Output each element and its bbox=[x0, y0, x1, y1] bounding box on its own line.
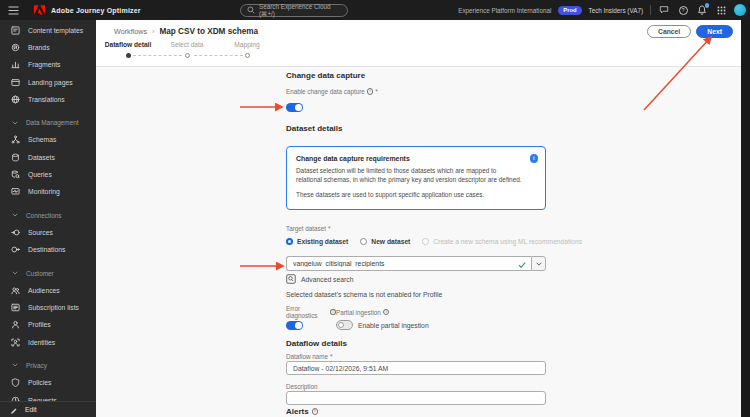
chevron-down-icon bbox=[10, 269, 20, 277]
dataset-input[interactable] bbox=[293, 260, 525, 267]
sidebar-item-brands[interactable]: Brands bbox=[0, 39, 96, 56]
sidebar-item-profiles[interactable]: Profiles bbox=[0, 316, 96, 333]
sidebar-item-landing-pages[interactable]: Landing pages bbox=[0, 73, 96, 90]
dataflow-name-input[interactable] bbox=[286, 361, 546, 375]
step-label-select-data: Select data bbox=[171, 41, 204, 48]
hamburger-menu-icon[interactable] bbox=[8, 5, 20, 15]
required-asterisk: * bbox=[375, 88, 377, 95]
chevron-down-icon bbox=[10, 361, 20, 369]
enable-cdc-toggle-row bbox=[286, 98, 546, 116]
adobe-logo-icon bbox=[34, 1, 45, 19]
sidebar-item-identities[interactable]: Identities bbox=[0, 334, 96, 351]
radio-new-dataset[interactable]: New dataset bbox=[360, 238, 410, 245]
sidebar-section-privacy[interactable]: Privacy bbox=[0, 357, 96, 374]
sidebar-item-queries[interactable]: Queries bbox=[0, 166, 96, 183]
translations-icon bbox=[10, 95, 20, 104]
infobox-title: Change data capture requirements bbox=[296, 155, 523, 162]
sources-icon bbox=[10, 228, 20, 237]
step-dot-upcoming bbox=[245, 53, 250, 58]
sidebar-item-audiences[interactable]: Audiences bbox=[0, 282, 96, 299]
main-panel: Workflows › Map CSV to XDM schema Datafl… bbox=[96, 20, 741, 417]
dataset-dropdown-button[interactable] bbox=[531, 256, 546, 271]
enable-cdc-label: Enable change data capture * bbox=[286, 88, 546, 95]
help-icon[interactable] bbox=[677, 4, 689, 16]
environment-badge: Prod bbox=[558, 6, 581, 15]
sidebar-section-connections[interactable]: Connections bbox=[0, 206, 96, 223]
cdc-requirements-infobox: Change data capture requirements Dataset… bbox=[286, 146, 546, 210]
chevron-down-icon bbox=[10, 119, 20, 127]
top-bar: Adobe Journey Optimizer Search Experienc… bbox=[0, 0, 750, 20]
infobox-paragraph: These datasets are used to support speci… bbox=[296, 190, 523, 199]
monitoring-icon bbox=[10, 187, 20, 196]
page-title: Map CSV to XDM schema bbox=[159, 27, 258, 36]
search-icon bbox=[247, 6, 255, 14]
advanced-search-button[interactable]: Advanced search bbox=[286, 274, 546, 284]
section-title-dataset-details: Dataset details bbox=[286, 124, 546, 133]
header-actions: Cancel Next bbox=[647, 25, 733, 38]
breadcrumb-workflows-link[interactable]: Workflows bbox=[114, 27, 147, 36]
form-content: Change data capture Enable change data c… bbox=[286, 67, 546, 417]
sandbox-picker[interactable]: Tech Insiders (VA7) bbox=[589, 7, 643, 14]
feedback-icon[interactable] bbox=[658, 4, 670, 16]
sidebar-item-destinations[interactable]: Destinations bbox=[0, 241, 96, 258]
app-window: Adobe Journey Optimizer Search Experienc… bbox=[0, 0, 750, 417]
dataflow-name-label: Dataflow name * bbox=[286, 353, 546, 360]
sidebar-item-translations[interactable]: Translations bbox=[0, 91, 96, 108]
landing-pages-icon bbox=[10, 78, 20, 87]
target-dataset-radio-group: Existing dataset New dataset Create a ne… bbox=[286, 238, 546, 245]
info-icon[interactable] bbox=[312, 408, 319, 415]
step-label-dataflow-detail: Dataflow detail bbox=[105, 41, 152, 48]
sidebar-section-customer[interactable]: Customer bbox=[0, 264, 96, 281]
next-button[interactable]: Next bbox=[696, 25, 733, 38]
identities-icon bbox=[10, 338, 20, 347]
sidebar-item-fragments[interactable]: Fragments bbox=[0, 56, 96, 73]
edit-pencil-icon bbox=[10, 401, 18, 417]
radio-existing-dataset[interactable]: Existing dataset bbox=[286, 238, 348, 245]
sidebar-item-sources[interactable]: Sources bbox=[0, 224, 96, 241]
profile-not-enabled-notice: Selected dataset's schema is not enabled… bbox=[286, 291, 546, 298]
partial-ingestion-toggle[interactable] bbox=[336, 320, 353, 330]
workflow-header: Workflows › Map CSV to XDM schema Datafl… bbox=[96, 20, 741, 67]
sidebar-item-schemas[interactable]: Schemas bbox=[0, 131, 96, 148]
dataset-combobox bbox=[286, 256, 546, 271]
info-icon[interactable] bbox=[367, 88, 374, 95]
destinations-icon bbox=[10, 245, 20, 254]
valid-check-icon bbox=[518, 255, 526, 273]
content-templates-icon bbox=[10, 26, 20, 35]
step-dot-current bbox=[126, 53, 131, 58]
section-title-alerts: Alerts bbox=[286, 407, 546, 416]
enable-cdc-toggle[interactable] bbox=[286, 103, 303, 113]
enable-partial-ingestion-label: Enable partial ingestion bbox=[358, 322, 429, 329]
divider bbox=[650, 5, 651, 15]
required-asterisk: * bbox=[328, 225, 330, 232]
sidebar-item-subscription-lists[interactable]: Subscription lists bbox=[0, 299, 96, 316]
breadcrumb: Workflows › Map CSV to XDM schema bbox=[114, 27, 258, 36]
profiles-icon bbox=[10, 320, 20, 329]
form-scroll-area: Change data capture Enable change data c… bbox=[96, 67, 741, 417]
radio-unselected-icon bbox=[360, 238, 367, 245]
app-switcher-grid-icon[interactable] bbox=[715, 4, 727, 16]
cancel-button[interactable]: Cancel bbox=[647, 25, 691, 38]
sidebar-item-content-templates[interactable]: Content templates bbox=[0, 22, 96, 39]
sidebar-item-monitoring[interactable]: Monitoring bbox=[0, 183, 96, 200]
infobox-paragraph: Dataset selection will be limited to tho… bbox=[296, 166, 523, 185]
user-avatar[interactable] bbox=[734, 4, 746, 16]
notifications-bell-icon[interactable] bbox=[696, 4, 708, 16]
app-title: Adobe Journey Optimizer bbox=[51, 7, 141, 14]
description-input[interactable] bbox=[286, 391, 546, 405]
queries-icon bbox=[10, 170, 20, 179]
error-diagnostics-toggle[interactable] bbox=[286, 321, 303, 331]
brands-icon bbox=[10, 43, 20, 52]
org-name[interactable]: Experience Platform International bbox=[458, 7, 551, 14]
global-search-input[interactable]: Search Experience Cloud (⌘+/) bbox=[240, 4, 348, 17]
description-label: Description bbox=[286, 383, 546, 390]
info-icon[interactable] bbox=[383, 309, 390, 316]
info-circle-icon bbox=[530, 154, 539, 163]
sidebar-section-data-management[interactable]: Data Management bbox=[0, 114, 96, 131]
sidebar-item-policies[interactable]: Policies bbox=[0, 374, 96, 391]
required-asterisk: * bbox=[330, 353, 332, 360]
sidebar-edit-button[interactable]: Edit bbox=[0, 401, 96, 417]
subscription-lists-icon bbox=[10, 303, 20, 312]
sidebar-item-datasets[interactable]: Datasets bbox=[0, 149, 96, 166]
radio-ml-schema: Create a new schema using ML recommendat… bbox=[422, 238, 582, 245]
